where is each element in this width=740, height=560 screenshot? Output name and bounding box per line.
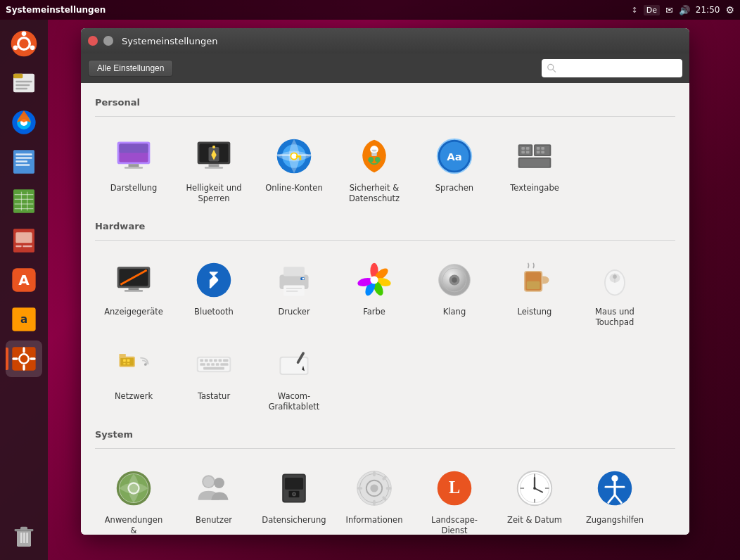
tastatur-icon [194,345,234,384]
settings-item-landscape[interactable]: L Landscape- Dienst [416,460,493,535]
helligkeit-label: Helligkeit und Sperren [186,183,241,204]
topbar: Systemeinstellungen ↕ De ✉ 🔊 21:50 ⚙ [0,0,740,20]
sidebar-item-appstore[interactable]: A [6,262,42,298]
settings-item-darstellung[interactable]: Darstellung [95,128,172,210]
settings-item-farbe[interactable]: Farbe [336,252,413,333]
sidebar-item-files[interactable] [6,65,42,101]
settings-item-tastatur[interactable]: Tastatur [175,336,253,418]
sidebar-item-ubuntu[interactable] [6,25,42,62]
online-konten-icon [274,136,314,176]
svg-rect-81 [521,147,525,150]
mail-indicator[interactable]: ✉ [665,5,673,15]
svg-rect-61 [277,154,312,156]
settings-item-bluetooth[interactable]: Bluetooth [175,252,253,333]
drucker-label: Drucker [278,307,310,317]
search-input[interactable] [559,63,677,73]
system-items-grid: Anwendungen & Aktualisierung Benutzer [95,460,675,535]
zugangshilfen-icon [595,469,634,508]
lang-indicator[interactable]: De [644,5,660,15]
sidebar-item-calc[interactable] [6,183,42,219]
all-settings-button[interactable]: Alle Einstellungen [88,60,173,77]
svg-rect-37 [12,357,18,359]
benutzer-icon-wrap [191,466,236,511]
settings-item-klang[interactable]: Klang [416,252,493,333]
settings-item-netzwerk[interactable]: Netzwerk [95,336,172,418]
sidebar-item-firefox[interactable] [6,104,42,141]
settings-item-texteingabe[interactable]: Texteingabe [496,128,573,210]
section-system-header: System [95,429,675,440]
settings-item-anzeigegeraete[interactable]: Anzeigegeräte [95,252,172,333]
svg-rect-22 [15,208,34,209]
informationen-icon [355,469,394,508]
sidebar-item-impress[interactable] [6,222,42,259]
svg-rect-20 [15,199,34,200]
svg-rect-8 [15,84,30,87]
svg-point-4 [13,46,18,51]
landscape-icon-wrap: L [432,466,477,511]
sicherheit-icon [355,136,394,176]
bluetooth-label: Bluetooth [194,307,234,317]
settings-item-online-konten[interactable]: Online-Konten [255,128,333,210]
svg-rect-127 [127,359,130,362]
hardware-divider [95,240,675,241]
texteingabe-label: Texteingabe [510,183,559,193]
datensicherung-label: Datensicherung [262,515,326,526]
tastatur-icon-wrap [191,342,236,387]
settings-item-datensicherung[interactable]: Datensicherung [255,460,333,535]
svg-rect-144 [220,363,228,366]
svg-rect-126 [123,359,126,362]
sidebar-item-trash[interactable] [6,518,42,554]
svg-point-156 [214,478,224,488]
leistung-label: Leistung [518,307,552,317]
datensicherung-icon-wrap [272,466,317,511]
svg-rect-140 [200,363,205,366]
svg-rect-43 [23,533,25,543]
drucker-icon-wrap [272,257,317,303]
svg-rect-118 [527,281,540,289]
window-minimize-button[interactable] [103,36,113,46]
sound-indicator[interactable]: 🔊 [679,5,690,15]
calc-icon [10,187,38,215]
svg-rect-16 [15,160,27,163]
settings-item-anwendungen[interactable]: Anwendungen & Aktualisierung [95,460,172,535]
svg-rect-171 [386,487,391,490]
svg-rect-9 [15,88,27,90]
settings-item-sprachen[interactable]: Aa Sprachen [416,128,493,210]
sidebar: A a [0,20,48,560]
settings-item-drucker[interactable]: Drucker [255,252,333,333]
sidebar-item-writer[interactable] [6,144,42,180]
sidebar-item-amazon[interactable]: a [6,301,42,338]
leistung-icon [515,260,554,300]
personal-divider [95,116,675,117]
settings-item-helligkeit[interactable]: Helligkeit und Sperren [175,128,253,210]
svg-rect-168 [357,487,362,490]
svg-rect-135 [205,359,208,362]
settings-indicator[interactable]: ⚙ [725,4,734,15]
settings-item-zugangshilfen[interactable]: Zugangshilfen [576,460,653,535]
svg-rect-38 [30,357,35,359]
anzeigegeraete-icon [114,260,153,300]
svg-rect-24 [27,192,27,211]
svg-rect-84 [526,151,530,154]
settings-item-zeit[interactable]: Zeit & Datum [496,460,573,535]
settings-item-sicherheit[interactable]: Sicherheit & Datenschutz [336,128,413,210]
svg-rect-6 [13,74,23,79]
network-indicator[interactable]: ↕ [631,6,637,15]
section-hardware-header: Hardware [95,221,675,231]
svg-point-162 [293,493,295,495]
sprachen-label: Sprachen [435,183,473,193]
sidebar-item-settings[interactable] [6,341,42,377]
settings-item-maus[interactable]: Maus und Touchpad [576,252,653,333]
settings-item-wacom[interactable]: Wacom- Grafiktablett [255,336,333,418]
svg-rect-128 [123,363,126,364]
benutzer-label: Benutzer [196,515,232,526]
settings-item-leistung[interactable]: Leistung [496,252,573,333]
netzwerk-icon [114,345,153,384]
landscape-label: Landscape- Dienst [431,515,478,535]
settings-item-informationen[interactable]: Informationen [336,460,413,535]
netzwerk-icon-wrap [111,342,156,387]
svg-rect-49 [119,144,148,153]
svg-rect-51 [125,167,143,169]
window-close-button[interactable] [88,36,98,46]
settings-item-benutzer[interactable]: Benutzer [175,460,253,535]
